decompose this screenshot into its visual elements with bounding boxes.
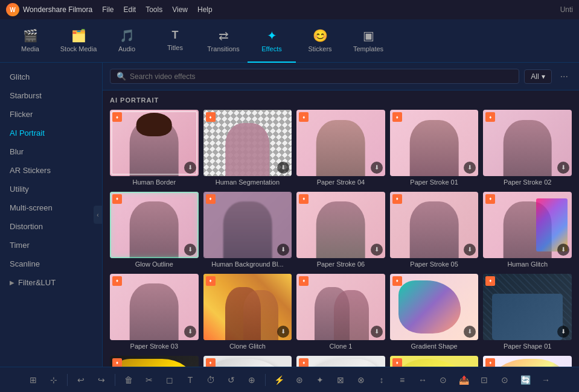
effect-paper-stroke-02[interactable]: ♦ ⬇ Paper Stroke 02 xyxy=(483,110,572,186)
search-input[interactable] xyxy=(130,72,513,81)
sidebar-item-multi-screen[interactable]: Multi-screen xyxy=(0,198,102,217)
effect-gradient-shape[interactable]: ♦ ⬇ Gradient Shape xyxy=(390,274,479,350)
toolbar-add-btn[interactable]: ⊕ xyxy=(242,370,261,390)
download-icon-cg[interactable]: ⬇ xyxy=(277,326,289,338)
badge-orange-psha02: ♦ xyxy=(392,358,402,367)
badge-orange-ps06: ♦ xyxy=(299,194,309,204)
toolbar-timer-btn[interactable]: ⏱ xyxy=(201,370,220,390)
toolbar-voiceover-btn[interactable]: ⊙ xyxy=(495,370,514,390)
toolbar-text-btn[interactable]: T xyxy=(181,370,200,390)
effect-paper-shape-04[interactable]: ♦ ⬇ Paper Shape 04 xyxy=(296,356,385,367)
effect-clone-1[interactable]: ♦ ⬇ Clone 1 xyxy=(296,274,385,350)
menu-edit[interactable]: Edit xyxy=(124,5,136,14)
effect-human-segmentation[interactable]: ♦ ⬇ Human Segmentation xyxy=(203,110,292,186)
sidebar-item-filter-lut[interactable]: ▶ Filter&LUT xyxy=(0,273,102,292)
toolbar-fullscreen-btn[interactable]: → xyxy=(536,370,555,390)
download-icon-human-border[interactable]: ⬇ xyxy=(184,162,196,174)
nav-media[interactable]: 🎬 Media xyxy=(6,19,54,63)
download-icon-hglitch[interactable]: ⬇ xyxy=(557,244,569,256)
sidebar-item-utility[interactable]: Utility xyxy=(0,180,102,198)
effect-clone-glitch[interactable]: ♦ ⬇ Clone Glitch xyxy=(203,274,292,350)
download-icon-ps02[interactable]: ⬇ xyxy=(557,162,569,174)
effect-paper-stroke-06[interactable]: ♦ ⬇ Paper Stroke 06 xyxy=(296,192,385,268)
toolbar-mask-btn[interactable]: ⊠ xyxy=(331,370,350,390)
audio-icon: 🎵 xyxy=(120,28,135,43)
badge-orange-cg: ♦ xyxy=(206,276,216,286)
toolbar-stretch-btn[interactable]: ↔ xyxy=(413,370,432,390)
sidebar-item-flicker[interactable]: Flicker xyxy=(0,105,102,124)
toolbar-effects-btn[interactable]: ✦ xyxy=(310,370,330,390)
effect-paper-shape-07[interactable]: ♦ ⬇ Paper Shape 07 xyxy=(483,356,572,367)
sidebar-item-glitch[interactable]: Glitch xyxy=(0,68,102,86)
nav-stickers[interactable]: 😊 Stickers xyxy=(296,19,344,63)
toolbar-undo-btn[interactable]: ↩ xyxy=(71,370,91,390)
download-icon-glow[interactable]: ⬇ xyxy=(184,244,196,256)
nav-templates[interactable]: ▣ Templates xyxy=(344,19,392,63)
effect-paper-shape-06[interactable]: ♦ ⬇ Paper Shape 06 xyxy=(110,356,199,367)
toolbar-transform-btn[interactable]: ↕ xyxy=(372,370,391,390)
toolbar-color-btn[interactable]: ⊛ xyxy=(290,370,309,390)
sidebar-item-distortion[interactable]: Distortion xyxy=(0,217,102,236)
nav-titles-label: Titles xyxy=(167,44,183,51)
more-options-button[interactable]: ··· xyxy=(557,70,572,83)
sidebar-item-ai-portrait[interactable]: AI Portrait xyxy=(0,124,102,142)
download-icon-psha01[interactable]: ⬇ xyxy=(557,326,569,338)
menu-tools[interactable]: Tools xyxy=(146,5,162,14)
menu-help[interactable]: Help xyxy=(197,5,213,14)
toolbar-cut-btn[interactable]: ✂ xyxy=(139,370,159,390)
nav-stock-media[interactable]: 🗂️ Stock Media xyxy=(54,19,103,63)
sidebar-item-ar-stickers[interactable]: AR Stickers xyxy=(0,161,102,180)
sidebar-item-timer[interactable]: Timer xyxy=(0,236,102,254)
effect-human-border[interactable]: ♦ ⬇ Human Border xyxy=(110,110,199,186)
nav-audio[interactable]: 🎵 Audio xyxy=(103,19,151,63)
effect-paper-shape-01[interactable]: ♦ ⬇ Paper Shape 01 xyxy=(483,274,572,350)
toolbar-select-btn[interactable]: ⊹ xyxy=(44,370,63,390)
nav-titles[interactable]: T Titles xyxy=(151,19,199,63)
effect-paper-stroke-01[interactable]: ♦ ⬇ Paper Stroke 01 xyxy=(390,110,479,186)
toolbar-rotate-btn[interactable]: ↺ xyxy=(222,370,241,390)
badge-orange-ps03: ♦ xyxy=(112,276,122,286)
effect-human-glitch[interactable]: ♦ ⬇ Human Glitch xyxy=(483,192,572,268)
effect-glow-outline[interactable]: ♦ ⬇ Glow Outline xyxy=(110,192,199,268)
effect-paper-stroke-03[interactable]: ♦ ⬇ Paper Stroke 03 xyxy=(110,274,199,350)
nav-transitions[interactable]: ⇄ Transitions xyxy=(199,19,248,63)
download-icon-ps04[interactable]: ⬇ xyxy=(371,162,383,174)
title-bar-left: W Wondershare Filmora File Edit Tools Vi… xyxy=(6,3,213,16)
bottom-toolbar: ⊞ ⊹ ↩ ↪ 🗑 ✂ ◻ T ⏱ ↺ ⊕ ⚡ ⊛ ✦ ⊠ ⊗ ↕ ≡ ↔ ⊙ … xyxy=(0,367,579,392)
stickers-icon: 😊 xyxy=(313,28,328,43)
toolbar-snapshot-btn[interactable]: ⊡ xyxy=(475,370,494,390)
download-icon-human-seg[interactable]: ⬇ xyxy=(277,162,289,174)
effect-paper-shape-05[interactable]: ♦ ⬇ Paper Shape 05 xyxy=(203,356,292,367)
sidebar-item-scanline[interactable]: Scanline xyxy=(0,254,102,273)
toolbar-ai-btn[interactable]: 🔄 xyxy=(516,370,535,390)
download-icon-ps06[interactable]: ⬇ xyxy=(371,244,383,256)
download-icon-hbg[interactable]: ⬇ xyxy=(277,244,289,256)
menu-bar: File Edit Tools View Help xyxy=(102,5,213,14)
stock-media-icon: 🗂️ xyxy=(71,28,86,43)
sidebar-item-starburst[interactable]: Starburst xyxy=(0,86,102,105)
nav-templates-label: Templates xyxy=(353,45,383,52)
toolbar-stabilize-btn[interactable]: ⊙ xyxy=(433,370,453,390)
download-icon-ps03[interactable]: ⬇ xyxy=(184,326,196,338)
toolbar-crop-btn[interactable]: ◻ xyxy=(160,370,179,390)
effect-human-background-bl[interactable]: ♦ ⬇ Human Background Bl... xyxy=(203,192,292,268)
toolbar-redo-btn[interactable]: ↪ xyxy=(92,370,111,390)
effect-paper-stroke-04[interactable]: ♦ ⬇ Paper Stroke 04 xyxy=(296,110,385,186)
effect-paper-shape-02[interactable]: ♦ ⬇ Paper Shape 02 xyxy=(390,356,479,367)
toolbar-speed-btn[interactable]: ⚡ xyxy=(269,370,289,390)
toolbar-delete-btn[interactable]: 🗑 xyxy=(119,370,138,390)
toolbar-export-btn[interactable]: 📤 xyxy=(454,370,473,390)
toolbar-layout-btn[interactable]: ⊞ xyxy=(24,370,43,390)
menu-file[interactable]: File xyxy=(102,5,114,14)
effect-paper-stroke-05[interactable]: ♦ ⬇ Paper Stroke 05 xyxy=(390,192,479,268)
download-icon-c1[interactable]: ⬇ xyxy=(371,326,383,338)
sidebar-item-blur[interactable]: Blur xyxy=(0,142,102,161)
filter-button[interactable]: All ▾ xyxy=(524,69,551,84)
nav-effects[interactable]: ✦ Effects xyxy=(248,19,296,63)
sidebar-toggle-button[interactable]: ‹ xyxy=(94,206,102,224)
menu-view[interactable]: View xyxy=(172,5,188,14)
toolbar-audio-btn[interactable]: ≡ xyxy=(392,370,412,390)
title-bar: W Wondershare Filmora File Edit Tools Vi… xyxy=(0,0,579,19)
effect-label-paper-stroke-01: Paper Stroke 01 xyxy=(390,179,479,186)
toolbar-composite-btn[interactable]: ⊗ xyxy=(351,370,371,390)
